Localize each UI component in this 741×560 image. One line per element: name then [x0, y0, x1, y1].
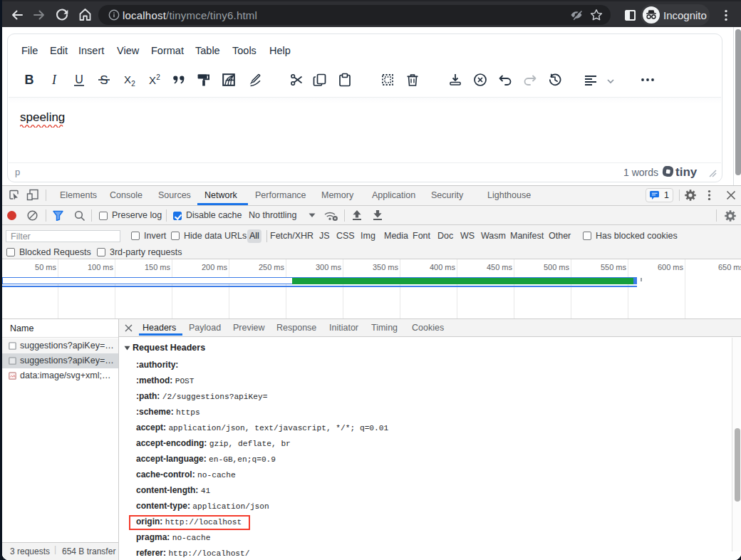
svg-text:tiny: tiny	[675, 165, 698, 179]
svg-text:2: 2	[156, 73, 160, 81]
svg-text:X: X	[124, 73, 131, 85]
svg-text:U: U	[75, 73, 83, 85]
svg-text:B: B	[25, 73, 34, 87]
svg-text:2: 2	[131, 80, 135, 88]
svg-text:I: I	[51, 73, 57, 87]
svg-text:X: X	[149, 74, 156, 86]
